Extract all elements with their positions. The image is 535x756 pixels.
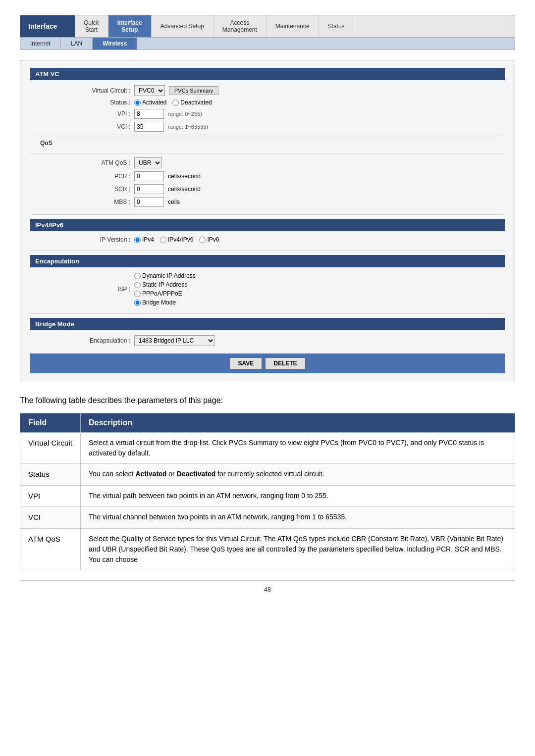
nav-item-advanced-setup[interactable]: Advanced Setup xyxy=(152,15,214,37)
encapsulation-select-value: 1483 Bridged IP LLC 1483 Bridged IP VC-M… xyxy=(134,335,215,346)
bold-deactivated: Deactivated xyxy=(177,470,216,478)
field-status: Status xyxy=(20,464,81,486)
scr-label: SCR : xyxy=(70,186,134,193)
pcr-label: PCR : xyxy=(70,173,134,180)
isp-label: ISP : xyxy=(70,286,134,293)
vci-label: VCI : xyxy=(70,123,134,130)
table-row: VPI The virtual path between two points … xyxy=(20,485,515,507)
bridge-mode-section: Bridge Mode Encapsulation : 1483 Bridged… xyxy=(30,318,505,346)
pvcs-summary-button[interactable]: PVCs Summary xyxy=(169,86,218,95)
scr-unit: cells/second xyxy=(168,186,201,193)
desc-status: You can select Activated or Deactivated … xyxy=(80,464,515,486)
atm-qos-value: UBR CBR VBR xyxy=(134,157,162,168)
vpi-label: VPI : xyxy=(70,110,134,117)
pcr-input[interactable] xyxy=(134,171,164,181)
isp-dynamic-radio[interactable] xyxy=(134,273,141,279)
nav-item-status[interactable]: Status xyxy=(319,15,354,37)
ipv4ipv6-label: IPv4/IPv6 xyxy=(168,236,193,243)
atm-qos-select[interactable]: UBR CBR VBR xyxy=(134,157,162,168)
vci-range: range: 1~65535) xyxy=(168,124,208,130)
isp-static-radio[interactable] xyxy=(134,282,141,288)
mbs-label: MBS : xyxy=(70,199,134,205)
isp-dynamic-option[interactable]: Dynamic IP Address xyxy=(134,272,196,279)
mbs-input[interactable] xyxy=(134,197,164,207)
ipv6-label: IPv6 xyxy=(207,236,219,243)
scr-input[interactable] xyxy=(134,184,164,194)
isp-dynamic-label: Dynamic IP Address xyxy=(142,272,196,279)
status-activated-label: Activated xyxy=(142,99,166,106)
encapsulation-select[interactable]: 1483 Bridged IP LLC 1483 Bridged IP VC-M… xyxy=(134,335,215,346)
pcr-row: PCR : cells/second xyxy=(30,171,505,181)
scr-row: SCR : cells/second xyxy=(30,184,505,194)
atm-qos-row: ATM QoS : UBR CBR VBR xyxy=(30,157,505,168)
nav-item-label: AccessManagement xyxy=(222,19,257,33)
delete-button[interactable]: DELETE xyxy=(265,357,305,369)
atm-vc-header: ATM VC xyxy=(30,68,505,80)
save-button[interactable]: SAVE xyxy=(229,357,262,369)
tab-lan[interactable]: LAN xyxy=(61,38,93,50)
tab-wireless[interactable]: Wireless xyxy=(93,38,137,50)
status-activated-option[interactable]: Activated xyxy=(134,99,166,106)
ip-version-label: IP Version : xyxy=(70,236,134,243)
nav-item-maintenance[interactable]: Maintenance xyxy=(267,15,319,37)
desc-atm-qos: Select the Quality of Service types for … xyxy=(80,528,515,570)
qos-section: QoS ATM QoS : UBR CBR VBR PCR : cells/se… xyxy=(30,135,505,207)
desc-vpi: The virtual path between two points in a… xyxy=(80,485,515,507)
atm-vc-section: ATM VC Virtual Circuit : PVC0 PVC1 PVC2 … xyxy=(30,68,505,207)
ipv4-radio[interactable] xyxy=(134,237,141,243)
status-deactivated-radio[interactable] xyxy=(172,100,179,106)
status-activated-radio[interactable] xyxy=(134,100,141,106)
field-virtual-circuit: Virtual Circuit xyxy=(20,433,81,464)
vci-input[interactable] xyxy=(134,122,164,132)
mbs-value: cells xyxy=(134,197,180,207)
bold-activated: Activated xyxy=(135,470,166,478)
tab-internet[interactable]: Internet xyxy=(20,38,61,50)
vci-row: VCI : range: 1~65535) xyxy=(30,122,505,132)
ipv4-ipv6-header: IPv4/IPv6 xyxy=(30,219,505,231)
isp-pppoa-radio[interactable] xyxy=(134,291,141,297)
table-row: ATM QoS Select the Quality of Service ty… xyxy=(20,528,515,570)
atm-qos-label: ATM QoS : xyxy=(70,159,134,166)
nav-item-label: Status xyxy=(328,23,345,30)
main-content: ATM VC Virtual Circuit : PVC0 PVC1 PVC2 … xyxy=(20,60,515,381)
page-number: 48 xyxy=(20,580,515,593)
virtual-circuit-row: Virtual Circuit : PVC0 PVC1 PVC2 PVC3 PV… xyxy=(30,85,505,96)
bridge-mode-header: Bridge Mode xyxy=(30,318,505,330)
nav-item-interface-setup[interactable]: InterfaceSetup xyxy=(108,15,152,37)
description-heading: The following table describes the parame… xyxy=(20,396,515,405)
virtual-circuit-select[interactable]: PVC0 PVC1 PVC2 PVC3 PVC4 PVC5 PVC6 PVC7 xyxy=(134,85,165,96)
isp-row: ISP : Dynamic IP Address Static IP Addre… xyxy=(30,272,505,306)
qos-label: QoS xyxy=(40,140,53,147)
nav-item-access-management[interactable]: AccessManagement xyxy=(214,15,267,37)
nav-item-label: InterfaceSetup xyxy=(117,19,142,33)
isp-bridge-label: Bridge Mode xyxy=(142,299,176,306)
isp-pppoa-option[interactable]: PPPoA/PPPoE xyxy=(134,290,182,297)
ipv6-option[interactable]: IPv6 xyxy=(199,236,219,243)
nav-item-quick-start[interactable]: QuickStart xyxy=(75,15,108,37)
vpi-range: range: 0~255) xyxy=(168,111,202,117)
isp-bridge-radio[interactable] xyxy=(134,300,141,306)
isp-static-option[interactable]: Static IP Address xyxy=(134,281,187,288)
mbs-row: MBS : cells xyxy=(30,197,505,207)
vpi-value: range: 0~255) xyxy=(134,109,202,119)
vci-value: range: 1~65535) xyxy=(134,122,208,132)
status-deactivated-option[interactable]: Deactivated xyxy=(172,99,212,106)
ipv4ipv6-option[interactable]: IPv4/IPv6 xyxy=(160,236,193,243)
table-header-field: Field xyxy=(20,413,81,433)
status-row: Status : Activated Deactivated xyxy=(30,99,505,106)
table-row: Status You can select Activated or Deact… xyxy=(20,464,515,486)
isp-bridge-option[interactable]: Bridge Mode xyxy=(134,299,176,306)
ipv4-option[interactable]: IPv4 xyxy=(134,236,154,243)
ipv4ipv6-radio[interactable] xyxy=(160,237,166,243)
virtual-circuit-value: PVC0 PVC1 PVC2 PVC3 PVC4 PVC5 PVC6 PVC7 … xyxy=(134,85,218,96)
field-vci: VCI xyxy=(20,507,81,529)
ipv4-label: IPv4 xyxy=(142,236,154,243)
vpi-row: VPI : range: 0~255) xyxy=(30,109,505,119)
field-atm-qos: ATM QoS xyxy=(20,528,81,570)
nav-brand: Interface xyxy=(20,15,75,37)
vpi-input[interactable] xyxy=(134,109,164,119)
isp-static-label: Static IP Address xyxy=(142,281,187,288)
pcr-unit: cells/second xyxy=(168,173,201,180)
encapsulation-row: Encapsulation : 1483 Bridged IP LLC 1483… xyxy=(30,335,505,346)
ipv6-radio[interactable] xyxy=(199,237,206,243)
